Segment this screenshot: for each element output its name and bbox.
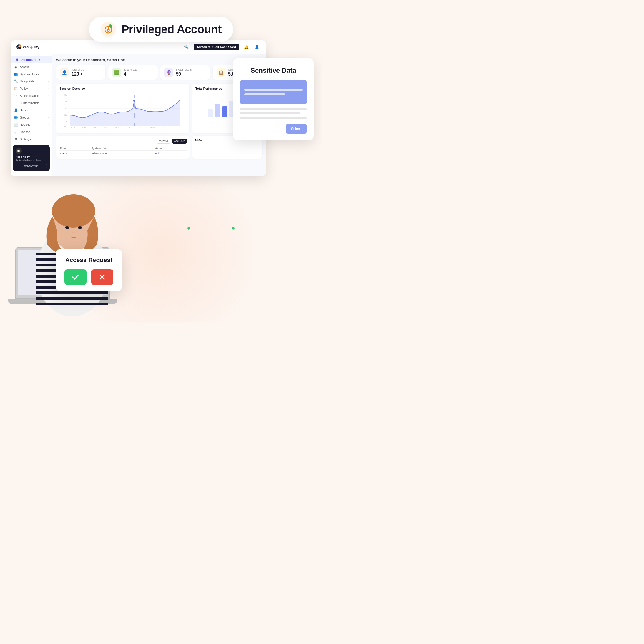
authentication-icon: → [14,94,18,98]
stat-card-total-users: 👤 Total Users 120 + [56,65,105,80]
session-chart-title: Session Overview [59,87,186,90]
sensitive-blue-box [240,80,307,104]
sidebar-item-reports[interactable]: 📊 Reports › [11,121,52,128]
svg-point-42 [187,227,190,230]
access-request-buttons [64,269,113,285]
session-chart: 5k 4k 3k 2k 1k 0 [59,92,186,129]
checkmark-icon [71,273,80,281]
svg-text:2k: 2k [64,114,67,116]
sidebar-item-authentication[interactable]: → Authentication › [11,92,52,99]
sensitive-submit-button[interactable]: Submit [286,124,307,134]
system-users-stat-icon: 🔮 [164,68,173,77]
badge-title: Privileged Account [121,23,222,36]
sidebar-item-label: Dashboard [21,58,36,61]
sensitive-data-card: Sensitive Data Submit [233,58,314,140]
stat-value: 4 + [124,72,137,77]
svg-rect-11 [19,46,19,47]
row-role: Admin [59,151,90,156]
reports-stat-icon: 📋 [217,68,225,77]
sidebar-item-label: Authentication [20,94,39,97]
stat-label: Total Users [72,68,84,71]
sidebar-item-settings[interactable]: ⚙ Settings › [11,135,52,143]
sidebar-item-label: Customization [20,101,39,105]
notification-icon[interactable]: 🔔 [243,43,250,51]
sensitive-line-1 [244,89,303,91]
sidebar-item-license[interactable]: ◎ License › [11,128,52,135]
view-all-button[interactable]: View All [157,139,170,144]
dashboard-window: xec◈rify 🔍 Switch to Audit Dashboard 🔔 👤… [11,40,266,176]
customization-icon: ⊞ [14,101,18,105]
reports-icon: 📊 [14,123,18,127]
lock-key-icon [101,22,116,37]
access-accept-button[interactable] [64,269,87,285]
sidebar-item-customization[interactable]: ⊞ Customization › [11,99,52,107]
svg-rect-52 [36,297,108,300]
sidebar-item-label: Settings [20,137,31,141]
search-icon[interactable]: 🔍 [183,43,190,51]
charts-row: Session Overview 5k 4k 3k 2k 1k 0 [56,84,262,133]
svg-rect-34 [208,109,213,117]
sidebar-item-assets[interactable]: ◉ Assets › [11,63,52,71]
svg-text:AUG: AUG [115,126,120,129]
logo-icon [16,44,22,50]
privileged-account-badge: Privileged Account [89,17,233,42]
svg-text:5k: 5k [64,94,67,96]
bottom-row: View All Add User Role ↕ System User ↕ A… [56,136,262,159]
stat-label: Total Assets [124,68,137,71]
svg-rect-3 [108,27,109,30]
policy-icon: 📋 [14,87,18,90]
add-user-button[interactable]: Add User [172,139,187,144]
user-avatar-icon[interactable]: 👤 [253,43,260,51]
sensitive-line-2 [244,93,285,95]
sidebar-item-system-users[interactable]: 👥 System Users › [11,71,52,78]
svg-text:SEP: SEP [128,126,132,129]
svg-text:MAY: MAY [82,126,86,129]
access-reject-button[interactable] [91,269,113,285]
sidebar-item-policy[interactable]: 📋 Policy › [11,85,52,92]
table-row: Admin AdminUser24 Edit [59,151,187,156]
contact-us-button[interactable]: CONTACT US [16,164,47,168]
stat-value: 50 [176,72,192,77]
welcome-text: Welcome to your Dashboard, Sarah Doe [56,58,262,62]
access-request-dialog: Access Request [56,249,122,291]
sidebar-item-label: System Users [20,72,39,76]
users-table-card: View All Add User Role ↕ System User ↕ A… [56,136,190,159]
stat-card-system-users: 🔮 System Users 50 [160,65,210,80]
sidebar-item-users[interactable]: 👤 Users › [11,107,52,114]
edit-link[interactable]: Edit [155,152,160,155]
col-action: Action [154,146,187,151]
dashboard-icon: ⊞ [15,58,19,62]
audit-dashboard-button[interactable]: Switch to Audit Dashboard [194,44,239,50]
gray-line-1 [240,108,307,110]
svg-rect-36 [222,106,227,117]
svg-point-40 [232,227,235,230]
svg-text:OCT: OCT [139,126,144,129]
svg-text:JUN: JUN [93,126,98,129]
topbar-right: 🔍 Switch to Audit Dashboard 🔔 👤 [183,43,260,51]
svg-point-57 [65,226,69,229]
sidebar-item-setup-2fa[interactable]: 🔧 Setup 2FA › [11,78,52,85]
logo: xec◈rify [16,44,39,50]
stats-row: 👤 Total Users 120 + 🟩 Total Assets 4 + 🔮 [56,65,262,80]
svg-text:JUL: JUL [104,126,109,129]
sidebar-item-label: Reports [20,123,31,126]
assets-icon: ◉ [14,65,18,69]
sidebar-item-dashboard[interactable]: ⊞ Dashboard ● [11,56,52,63]
person-silhouette-svg [22,172,122,316]
sidebar-item-label: Assets [20,65,29,69]
sidebar-item-label: Users [20,109,28,112]
system-users-icon: 👥 [14,72,18,76]
sidebar-item-groups[interactable]: 👥 Groups › [11,114,52,121]
svg-text:DEC: DEC [162,126,166,129]
session-overview-card: Session Overview 5k 4k 3k 2k 1k 0 [56,84,189,133]
sidebar: ⊞ Dashboard ● ◉ Assets › 👥 System Users … [11,54,52,176]
users-icon: 👤 [14,108,18,112]
help-title: Need help? [16,155,47,158]
svg-text:NOV: NOV [150,126,155,129]
col-system-user: System User ↕ [90,146,154,151]
total-assets-icon: 🟩 [112,68,121,77]
sidebar-item-label: Setup 2FA [20,80,34,83]
col-role: Role ↕ [59,146,90,151]
person-photo [22,172,122,316]
users-table: Role ↕ System User ↕ Action Admin AdminU… [59,146,187,156]
